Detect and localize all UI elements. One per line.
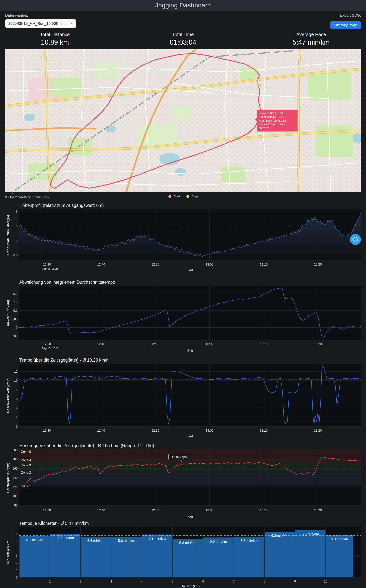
stat-value: 10.89 km (23, 38, 87, 46)
svg-text:6.0 min/km: 6.0 min/km (57, 536, 74, 540)
file-select-label: Datei wählen: (5, 13, 76, 18)
svg-text:160: 160 (12, 467, 18, 470)
svg-text:0.2: 0.2 (13, 292, 18, 295)
svg-text:12:30: 12:30 (43, 429, 51, 432)
route-map[interactable]: Distance (Km): 0.60 Speed (Km/h): 10.03 … (5, 49, 361, 192)
svg-text:Zeit: Zeit (187, 349, 193, 353)
svg-text:12: 12 (14, 370, 18, 373)
legend-stop[interactable]: Stop (186, 195, 198, 198)
svg-text:12:40: 12:40 (97, 263, 105, 266)
svg-text:12:40: 12:40 (97, 429, 105, 432)
map-attribution[interactable]: © OpenStreetMap contributors (5, 195, 49, 199)
deviation-chart[interactable]: 12:30Sep 15, 202512:4012:5013:0013:1013:… (5, 285, 361, 353)
svg-text:2: 2 (16, 416, 18, 419)
svg-text:Minuten pro km: Minuten pro km (6, 541, 10, 564)
svg-text:-0.05: -0.05 (10, 334, 18, 338)
start-dot-icon (168, 195, 171, 198)
chevron-down-icon: ▼ (70, 22, 73, 25)
svg-text:2: 2 (80, 580, 81, 583)
app-header: Jogging Dashboard (0, 0, 366, 11)
svg-text:10: 10 (14, 379, 18, 382)
speed-chart-block: Tempo über die Zeit (geglättet) - Ø 10.2… (5, 356, 361, 439)
controls-bar: Datei wählen: 2025-09-15_HH_Run_10.90Km.… (0, 11, 366, 30)
svg-text:Ø 165 bpm: Ø 165 bpm (172, 455, 188, 459)
svg-text:Geschwindigkeit (km/h): Geschwindigkeit (km/h) (6, 378, 10, 413)
svg-text:Höhe relativ zum Start (m): Höhe relativ zum Start (m) (6, 215, 10, 255)
svg-text:5.6 min/km: 5.6 min/km (118, 539, 135, 543)
file-select[interactable]: 2025-09-15_HH_Run_10.90Km.fit ▼ (5, 19, 76, 28)
stat-total-distance: Total Distance 10.89 km (23, 32, 87, 46)
heart-rate-chart-title: Herzfrequenz über die Zeit (geglättete) … (5, 442, 361, 448)
svg-text:4: 4 (141, 580, 143, 583)
stat-label: Average Pace (279, 32, 343, 37)
svg-text:13:00: 13:00 (206, 509, 213, 512)
svg-text:2: 2 (16, 561, 18, 565)
svg-text:13:00: 13:00 (206, 263, 213, 266)
pace-per-km-chart[interactable]: 1234567891065432105.7 min/km6.0 min/km5.… (5, 526, 361, 588)
svg-text:3: 3 (110, 580, 112, 583)
heart-rate-chart[interactable]: 12:3012:4012:5013:0013:1013:202001801601… (5, 448, 361, 519)
svg-text:3: 3 (16, 554, 18, 557)
stat-value: 5:47 min/km (279, 38, 343, 46)
svg-text:180: 180 (12, 457, 18, 461)
stop-marker (258, 83, 261, 86)
svg-text:6: 6 (16, 532, 18, 536)
svg-text:12:50: 12:50 (151, 429, 159, 432)
svg-text:5.9 min/km: 5.9 min/km (149, 536, 166, 540)
legend-start[interactable]: Start (168, 195, 180, 198)
tooltip-speed: Speed (Km/h): 10.03 (259, 115, 296, 119)
pace-chart-block: Tempo je Kilometer - Ø 5:47 min/km 12345… (5, 519, 361, 588)
legend-stop-label: Stop (191, 195, 198, 198)
svg-text:13:00: 13:00 (206, 429, 213, 432)
svg-text:0.15: 0.15 (12, 300, 18, 304)
file-select-value: 2025-09-15_HH_Run_10.90Km.fit (8, 21, 66, 26)
svg-text:13:00: 13:00 (206, 342, 213, 346)
legend-start-label: Start (174, 195, 180, 198)
svg-text:13:20: 13:20 (314, 429, 322, 432)
osm-attribution-link[interactable]: © OpenStreetMap (5, 195, 31, 199)
svg-text:5.8 min/km: 5.8 min/km (331, 537, 348, 541)
osm-attribution-dim: contributors (32, 195, 49, 199)
elevation-chart-title: Höhenprofil (relativ zum Ausgangswert: 0… (5, 201, 361, 208)
svg-text:0: 0 (16, 425, 18, 428)
pan-navigation-button[interactable] (350, 234, 361, 245)
svg-text:12:40: 12:40 (97, 342, 105, 346)
svg-text:-5: -5 (15, 239, 18, 242)
svg-text:0: 0 (16, 326, 18, 329)
svg-text:100: 100 (12, 494, 18, 498)
svg-text:Herzfrequenz (bpm): Herzfrequenz (bpm) (6, 463, 10, 493)
svg-text:0.05: 0.05 (12, 317, 18, 321)
svg-text:13:10: 13:10 (260, 263, 267, 266)
svg-text:1: 1 (49, 580, 51, 583)
svg-text:12:30: 12:30 (43, 263, 51, 266)
map-legend: Start Stop (168, 195, 198, 198)
svg-text:1: 1 (16, 568, 18, 572)
svg-text:10: 10 (324, 580, 328, 583)
elevation-chart[interactable]: 12:30Sep 15, 202512:4012:5013:0013:1013:… (5, 208, 361, 273)
export-group: Export SVG: Summary Image (330, 13, 361, 29)
svg-text:12:30: 12:30 (43, 342, 51, 346)
svg-text:Zone 3: Zone 3 (21, 463, 31, 467)
pace-chart-title: Tempo je Kilometer - Ø 5:47 min/km (5, 519, 361, 526)
svg-text:6: 6 (202, 580, 204, 583)
svg-text:Zone 2: Zone 2 (21, 471, 31, 474)
svg-text:5: 5 (172, 580, 173, 583)
svg-text:200: 200 (12, 448, 18, 452)
collapse-caret-icon[interactable]: ▼ (12, 192, 14, 195)
svg-text:Zeit: Zeit (187, 434, 193, 438)
svg-text:9: 9 (294, 580, 296, 583)
svg-text:13:20: 13:20 (314, 509, 322, 512)
tooltip-elapsed-time: Elapsed Time: 0 days 00:03:26 (259, 123, 296, 130)
svg-text:5.3 min/km: 5.3 min/km (179, 541, 196, 545)
svg-text:0.1: 0.1 (13, 309, 18, 312)
svg-text:Zeit: Zeit (187, 515, 193, 519)
svg-text:4: 4 (16, 547, 18, 550)
summary-image-button[interactable]: Summary Image (330, 21, 361, 29)
svg-text:120: 120 (12, 485, 18, 489)
page-title: Jogging Dashboard (155, 2, 211, 9)
speed-chart[interactable]: 12:3012:4012:5013:0013:1013:20121086420Z… (5, 363, 361, 439)
svg-text:13:20: 13:20 (314, 342, 322, 346)
stop-dot-icon (186, 195, 189, 198)
svg-text:Abweichung (km): Abweichung (km) (6, 300, 10, 326)
svg-text:Sep 15, 2025: Sep 15, 2025 (42, 267, 59, 270)
